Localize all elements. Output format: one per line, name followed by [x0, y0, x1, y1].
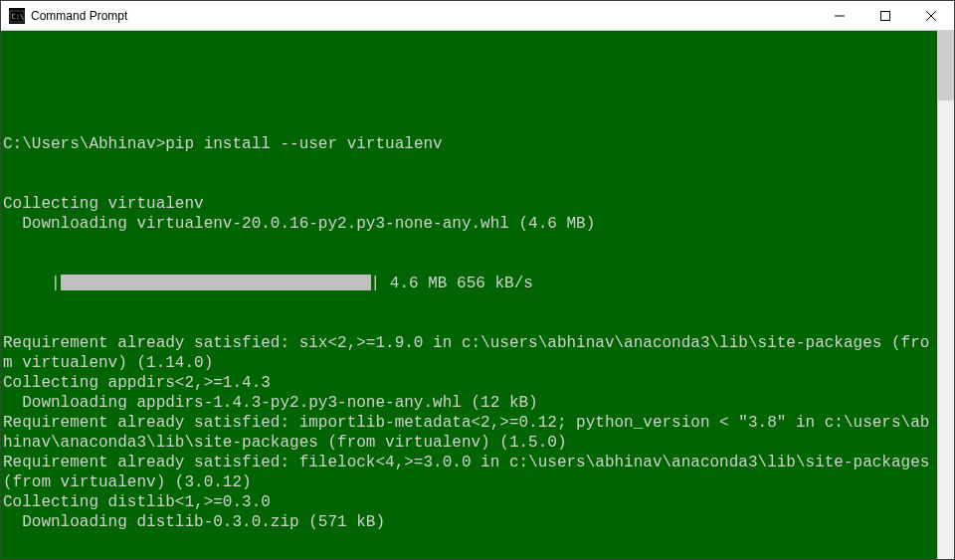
- maximize-button[interactable]: [862, 1, 908, 31]
- terminal-line: Downloading appdirs-1.4.3-py2.py3-none-a…: [3, 393, 935, 413]
- terminal-line: Downloading virtualenv-20.0.16-py2.py3-n…: [3, 214, 935, 234]
- terminal-line: Requirement already satisfied: filelock<…: [3, 453, 935, 492]
- command-text: pip install --user virtualenv: [165, 135, 442, 153]
- prompt-path: C:\Users\Abhinav>: [3, 135, 165, 153]
- window-title: Command Prompt: [31, 9, 127, 23]
- cmd-icon: C:\: [9, 8, 25, 24]
- terminal-line: Collecting virtualenv: [3, 194, 935, 214]
- window-controls: [817, 1, 954, 31]
- command-prompt-window: C:\ Command Prompt C:\Users\Abhinav>pip …: [0, 0, 955, 560]
- minimize-button[interactable]: [817, 1, 862, 31]
- progress-bar-fill: [61, 275, 371, 290]
- terminal-line: Requirement already satisfied: importlib…: [3, 413, 935, 453]
- vertical-scrollbar[interactable]: [937, 31, 954, 559]
- close-button[interactable]: [908, 1, 954, 31]
- terminal[interactable]: C:\Users\Abhinav>pip install --user virt…: [1, 31, 937, 559]
- terminal-line: Requirement already satisfied: six<2,>=1…: [3, 333, 935, 373]
- titlebar: C:\ Command Prompt: [1, 1, 954, 31]
- svg-rect-4: [881, 11, 890, 20]
- progress-bar-line: | | 4.6 MB 656 kB/s: [3, 274, 935, 293]
- svg-text:C:\: C:\: [12, 13, 25, 21]
- progress-indent: |: [3, 274, 61, 293]
- terminal-line: Downloading distlib-0.3.0.zip (571 kB): [3, 512, 935, 532]
- terminal-line: Collecting distlib<1,>=0.3.0: [3, 492, 935, 512]
- progress-suffix: | 4.6 MB 656 kB/s: [371, 274, 533, 293]
- terminal-area: C:\Users\Abhinav>pip install --user virt…: [1, 31, 954, 559]
- scroll-thumb[interactable]: [938, 31, 954, 100]
- terminal-line: Collecting appdirs<2,>=1.4.3: [3, 373, 935, 393]
- blank-line: [3, 75, 935, 94]
- prompt-line: C:\Users\Abhinav>pip install --user virt…: [3, 134, 935, 154]
